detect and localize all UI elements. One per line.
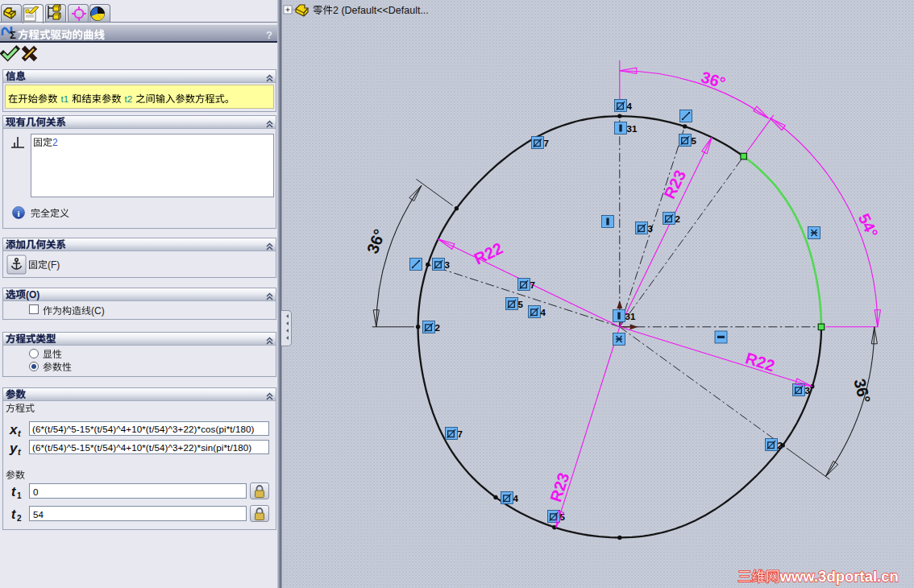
svg-text:R22: R22	[743, 349, 777, 375]
svg-text:(O): (O)	[26, 289, 39, 300]
svg-text:7: 7	[458, 429, 463, 439]
svg-text:3: 3	[805, 386, 810, 395]
svg-text:2: 2	[435, 323, 440, 333]
svg-text:t: t	[18, 447, 22, 457]
svg-text:4: 4	[513, 494, 519, 503]
svg-text:31: 31	[625, 312, 636, 321]
svg-text:2: 2	[52, 137, 58, 148]
svg-text:(C): (C)	[91, 305, 105, 317]
svg-text:2: 2	[675, 214, 680, 224]
svg-text:R23: R23	[660, 168, 689, 202]
svg-text:3: 3	[648, 224, 653, 234]
svg-text:36°: 36°	[850, 377, 874, 405]
svg-text:54°: 54°	[855, 211, 882, 241]
svg-text:2: 2	[778, 441, 783, 450]
svg-text:Σ: Σ	[10, 29, 16, 41]
svg-text:4: 4	[627, 101, 633, 111]
svg-text:3: 3	[445, 260, 450, 270]
svg-text:5: 5	[692, 136, 697, 146]
svg-text:2: 2	[17, 514, 22, 523]
svg-text:t: t	[11, 485, 16, 499]
svg-text:5: 5	[518, 300, 524, 309]
svg-text:t2: t2	[125, 94, 133, 104]
svg-text:i: i	[17, 209, 19, 218]
svg-text:7: 7	[544, 139, 549, 148]
svg-text:5: 5	[560, 512, 566, 522]
svg-text:36°: 36°	[364, 227, 388, 256]
svg-text:7: 7	[530, 280, 535, 290]
svg-text:t: t	[18, 429, 22, 438]
svg-text:?: ?	[266, 29, 272, 41]
svg-text:t: t	[11, 507, 16, 521]
svg-text:(F): (F)	[48, 259, 60, 271]
svg-text:4: 4	[541, 308, 546, 317]
svg-text:www.3dportal.cn: www.3dportal.cn	[779, 568, 899, 585]
svg-text:R23: R23	[546, 470, 572, 504]
svg-text:t1: t1	[61, 94, 69, 104]
svg-text:31: 31	[627, 124, 638, 134]
svg-text:2 (Default<<Default...: 2 (Default<<Default...	[333, 5, 429, 16]
svg-text:36°: 36°	[699, 68, 727, 92]
svg-text:1: 1	[17, 491, 22, 500]
